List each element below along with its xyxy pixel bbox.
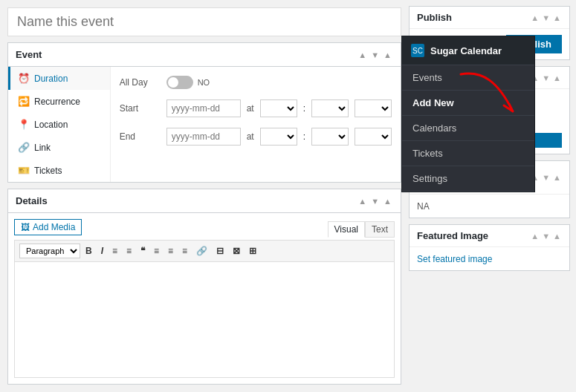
editor-toolbar: Paragraph B I ≡ ≡ ❝ ≡ ≡ ≡ 🔗 ⊟ ⊠ ⊞ — [14, 240, 395, 261]
link-icon: 🔗 — [18, 142, 30, 153]
unlink-button[interactable]: ⊟ — [213, 245, 227, 257]
frontend-value: NA — [417, 201, 430, 212]
end-row: End at : — [120, 128, 392, 146]
start-colon: : — [303, 103, 305, 114]
featured-collapse-icon[interactable]: ▼ — [541, 232, 551, 241]
allday-row: All Day NO — [120, 76, 392, 89]
dropdown-item-settings[interactable]: Settings — [402, 166, 534, 192]
event-metabox-body: ⏰ Duration 🔁 Recurrence 📍 Location 🔗 Lin… — [8, 67, 401, 182]
sidebar-location-label: Location — [34, 120, 68, 130]
event-title-input[interactable] — [7, 7, 401, 36]
dropdown-item-events[interactable]: Events — [402, 65, 534, 91]
ul-button[interactable]: ≡ — [109, 245, 121, 257]
details-body: 🖼 Add Media Visual Text Paragraph B I ≡ — [8, 213, 401, 384]
allday-toggle-state: NO — [198, 78, 210, 87]
tab-text[interactable]: Text — [365, 221, 395, 238]
add-media-icon: 🖼 — [21, 222, 30, 232]
details-title: Details — [16, 195, 48, 206]
bold-button[interactable]: B — [82, 245, 96, 257]
calendars-close-icon[interactable]: ▲ — [552, 74, 562, 82]
dropdown-header: SC Sugar Calendar — [402, 36, 534, 65]
sidebar-item-location[interactable]: 📍 Location — [8, 113, 110, 136]
event-metabox-title: Event — [16, 49, 42, 60]
expand-icon[interactable]: ▲ — [357, 50, 368, 59]
featured-expand-icon[interactable]: ▲ — [530, 232, 540, 241]
add-media-button[interactable]: 🖼 Add Media — [14, 219, 82, 235]
tab-visual[interactable]: Visual — [328, 221, 365, 238]
event-metabox-controls: ▲ ▼ ▲ — [357, 50, 393, 59]
details-collapse-icon[interactable]: ▼ — [369, 197, 381, 206]
sidebar-tickets-label: Tickets — [34, 166, 62, 176]
allday-label: All Day — [120, 77, 161, 88]
align-right-button[interactable]: ≡ — [178, 245, 191, 257]
sc-icon: SC — [411, 44, 424, 57]
end-at-label: at — [247, 131, 254, 142]
publish-panel-header: Publish ▲ ▼ ▲ — [410, 7, 569, 29]
align-left-button[interactable]: ≡ — [150, 245, 163, 257]
featured-image-body: Set featured image — [410, 247, 569, 270]
editor-area[interactable] — [14, 261, 395, 378]
publish-expand-icon[interactable]: ▲ — [530, 13, 540, 22]
featured-close-icon[interactable]: ▲ — [552, 232, 562, 241]
featured-image-title: Featured Image — [417, 230, 488, 241]
insert-button[interactable]: ⊠ — [229, 245, 244, 257]
sidebar-item-recurrence[interactable]: 🔁 Recurrence — [8, 90, 110, 113]
calendars-collapse-icon[interactable]: ▼ — [541, 74, 551, 82]
align-center-button[interactable]: ≡ — [164, 245, 177, 257]
end-ampm-select[interactable] — [355, 128, 392, 146]
event-metabox-header: Event ▲ ▼ ▲ — [8, 43, 401, 67]
details-metabox: Details ▲ ▼ ▲ 🖼 Add Media Visual Text — [7, 189, 401, 385]
dropdown-item-addnew[interactable]: Add New — [402, 91, 534, 116]
frontend-close-icon[interactable]: ▲ — [552, 173, 562, 182]
dropdown-item-tickets[interactable]: Tickets — [402, 141, 534, 166]
sidebar-item-link[interactable]: 🔗 Link — [8, 136, 110, 159]
dropdown-item-calendars[interactable]: Calendars — [402, 116, 534, 141]
collapse-icon[interactable]: ▼ — [369, 50, 381, 59]
event-metabox: Event ▲ ▼ ▲ ⏰ Duration 🔁 Recurrence — [7, 42, 401, 183]
publish-title: Publish — [417, 12, 452, 23]
sugar-calendar-dropdown: SC Sugar Calendar Events Add New Calenda… — [401, 36, 535, 192]
recurrence-icon: 🔁 — [18, 96, 30, 107]
start-ampm-select[interactable] — [355, 99, 392, 117]
sidebar-item-duration[interactable]: ⏰ Duration — [8, 67, 110, 90]
details-metabox-header: Details ▲ ▼ ▲ — [8, 189, 401, 213]
allday-toggle[interactable] — [166, 76, 193, 89]
end-label: End — [120, 131, 161, 142]
start-at-label: at — [247, 103, 254, 114]
frontend-collapse-icon[interactable]: ▼ — [541, 173, 551, 182]
event-duration-content: All Day NO Start at : — [111, 67, 401, 182]
publish-close-icon[interactable]: ▲ — [552, 13, 562, 22]
italic-button[interactable]: I — [97, 245, 107, 257]
end-hour-select[interactable] — [260, 128, 297, 146]
allday-toggle-wrap: NO — [166, 76, 210, 89]
ol-button[interactable]: ≡ — [123, 245, 135, 257]
start-hour-select[interactable] — [260, 99, 297, 117]
sidebar-item-tickets[interactable]: 🎫 Tickets — [8, 159, 110, 182]
publish-panel-controls: ▲ ▼ ▲ — [530, 13, 562, 22]
end-date-input[interactable] — [166, 128, 241, 146]
start-min-select[interactable] — [311, 99, 349, 117]
start-row: Start at : — [120, 99, 392, 117]
publish-collapse-icon[interactable]: ▼ — [541, 13, 551, 22]
editor-top-row: 🖼 Add Media Visual Text — [14, 219, 395, 240]
details-expand-icon[interactable]: ▲ — [357, 197, 368, 206]
frontend-panel-body: NA — [410, 195, 569, 218]
start-date-input[interactable] — [166, 99, 241, 117]
end-min-select[interactable] — [311, 128, 349, 146]
link-button[interactable]: 🔗 — [192, 245, 211, 257]
start-label: Start — [120, 103, 161, 114]
visual-text-tabs: Visual Text — [328, 221, 395, 238]
sidebar-duration-label: Duration — [34, 74, 68, 84]
featured-image-panel: Featured Image ▲ ▼ ▲ Set featured image — [409, 224, 570, 271]
format-select[interactable]: Paragraph — [19, 244, 80, 258]
event-sidebar: ⏰ Duration 🔁 Recurrence 📍 Location 🔗 Lin… — [8, 67, 111, 182]
location-icon: 📍 — [18, 119, 30, 130]
set-featured-image-link[interactable]: Set featured image — [417, 254, 492, 264]
details-close-icon[interactable]: ▲ — [382, 197, 393, 206]
sc-icon-text: SC — [412, 47, 423, 55]
tickets-icon: 🎫 — [18, 165, 30, 176]
close-icon[interactable]: ▲ — [382, 50, 393, 59]
featured-image-header: Featured Image ▲ ▼ ▲ — [410, 225, 569, 247]
blockquote-button[interactable]: ❝ — [137, 245, 149, 257]
table-button[interactable]: ⊞ — [245, 245, 260, 257]
